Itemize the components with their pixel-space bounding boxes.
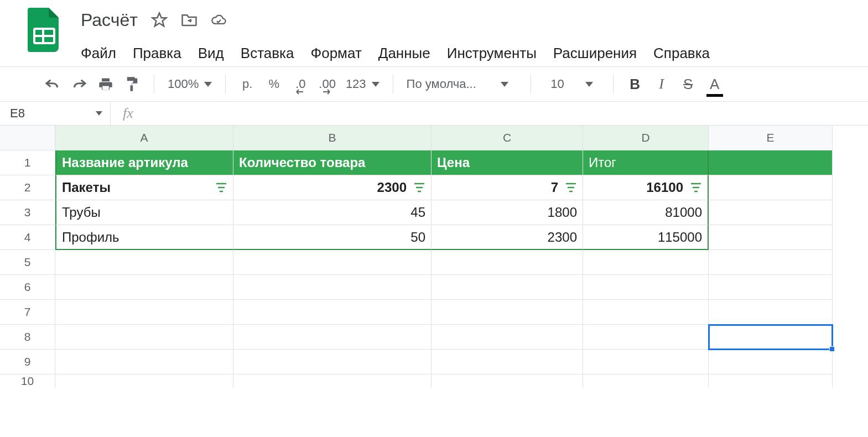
star-icon[interactable] [151, 12, 168, 28]
cell-B7[interactable] [233, 300, 432, 325]
doc-title[interactable]: Расчёт [81, 10, 138, 30]
undo-icon[interactable] [44, 75, 61, 93]
redo-icon[interactable] [71, 75, 87, 93]
increase-decimal-button[interactable]: .00 [319, 75, 336, 93]
cell-A4[interactable]: Профиль [55, 225, 233, 250]
cell-A9[interactable] [55, 350, 233, 374]
font-size-dropdown[interactable]: 10 [544, 77, 600, 91]
cell-A1[interactable]: Название артикула [55, 150, 233, 175]
cell-B6[interactable] [233, 275, 432, 300]
strikethrough-button[interactable]: S [680, 75, 697, 93]
cell-D10[interactable] [583, 374, 709, 388]
italic-button[interactable]: I [653, 75, 670, 93]
cell-D9[interactable] [583, 350, 709, 374]
cell-A3[interactable]: Трубы [55, 200, 233, 225]
cell-B8[interactable] [233, 325, 432, 350]
font-family-dropdown[interactable]: По умолча... [407, 77, 517, 91]
menu-format[interactable]: Формат [310, 45, 361, 62]
paint-format-icon[interactable] [124, 75, 141, 93]
row-header-8[interactable]: 8 [0, 325, 55, 350]
cell-C3[interactable]: 1800 [432, 200, 583, 225]
row-header-1[interactable]: 1 [0, 150, 55, 175]
cell-C4[interactable]: 2300 [432, 225, 583, 250]
bold-button[interactable]: B [627, 75, 643, 93]
fill-handle[interactable] [829, 346, 835, 352]
menu-edit[interactable]: Правка [133, 45, 181, 62]
menu-tools[interactable]: Инструменты [447, 45, 537, 62]
cell-D3[interactable]: 81000 [583, 200, 709, 225]
filter-icon[interactable] [565, 182, 577, 193]
cell-A7[interactable] [55, 300, 233, 325]
col-header-e[interactable]: E [709, 126, 833, 150]
col-header-d[interactable]: D [583, 126, 709, 150]
col-header-b[interactable]: B [233, 126, 432, 150]
row-header-7[interactable]: 7 [0, 300, 55, 325]
cell-E1[interactable] [709, 150, 833, 175]
cell-A6[interactable] [55, 275, 233, 300]
menu-help[interactable]: Справка [653, 45, 710, 62]
cell-E3[interactable] [709, 200, 833, 225]
cell-B1[interactable]: Количество товара [233, 150, 432, 175]
cell-C1[interactable]: Цена [432, 150, 583, 175]
menu-file[interactable]: Файл [81, 45, 116, 62]
print-icon[interactable] [97, 75, 114, 93]
cell-B3[interactable]: 45 [233, 200, 432, 225]
cell-C8[interactable] [432, 325, 583, 350]
cell-D2[interactable]: 16100 [583, 175, 709, 200]
cell-B5[interactable] [233, 250, 432, 275]
cell-D7[interactable] [583, 300, 709, 325]
filter-icon[interactable] [413, 182, 425, 193]
cell-D8[interactable] [583, 325, 709, 350]
cell-C2[interactable]: 7 [432, 175, 583, 200]
format-percent-button[interactable]: % [266, 75, 282, 93]
row-header-2[interactable]: 2 [0, 175, 55, 200]
cell-C5[interactable] [432, 250, 583, 275]
cloud-saved-icon[interactable] [211, 12, 227, 28]
formula-input[interactable] [145, 102, 868, 125]
filter-icon[interactable] [690, 182, 702, 193]
text-color-button[interactable]: A [706, 75, 723, 93]
menu-insert[interactable]: Вставка [241, 45, 294, 62]
app-logo-icon[interactable] [28, 8, 61, 52]
cell-D1[interactable]: Итог [583, 150, 709, 175]
menu-view[interactable]: Вид [198, 45, 224, 62]
row-header-6[interactable]: 6 [0, 275, 55, 300]
cell-A5[interactable] [55, 250, 233, 275]
row-header-5[interactable]: 5 [0, 250, 55, 275]
select-all-corner[interactable] [0, 126, 55, 150]
menu-data[interactable]: Данные [378, 45, 430, 62]
row-header-3[interactable]: 3 [0, 200, 55, 225]
cell-A2[interactable]: Пакеты [55, 175, 233, 200]
menu-extensions[interactable]: Расширения [553, 45, 637, 62]
cell-C6[interactable] [432, 275, 583, 300]
cell-C7[interactable] [432, 300, 583, 325]
name-box[interactable]: E8 [0, 102, 111, 125]
col-header-a[interactable]: A [55, 126, 233, 150]
cell-A10[interactable] [55, 374, 233, 388]
cell-D4[interactable]: 115000 [583, 225, 709, 250]
more-formats-dropdown[interactable]: 123 [346, 77, 380, 91]
cell-B4[interactable]: 50 [233, 225, 432, 250]
cell-E2[interactable] [709, 175, 833, 200]
cell-A8[interactable] [55, 325, 233, 350]
cell-B9[interactable] [233, 350, 432, 374]
cell-E8[interactable] [709, 325, 833, 350]
cell-E9[interactable] [709, 350, 833, 374]
format-currency-button[interactable]: р. [239, 75, 256, 93]
cell-E10[interactable] [709, 374, 833, 388]
cell-B2[interactable]: 2300 [233, 175, 432, 200]
cell-E5[interactable] [709, 250, 833, 275]
cell-B10[interactable] [233, 374, 432, 388]
col-header-c[interactable]: C [432, 126, 583, 150]
cell-C10[interactable] [432, 374, 583, 388]
row-header-4[interactable]: 4 [0, 225, 55, 250]
cell-E6[interactable] [709, 275, 833, 300]
cell-D6[interactable] [583, 275, 709, 300]
cell-E7[interactable] [709, 300, 833, 325]
cell-D5[interactable] [583, 250, 709, 275]
move-to-folder-icon[interactable] [181, 12, 197, 28]
filter-icon[interactable] [215, 182, 227, 193]
zoom-dropdown[interactable]: 100% [168, 77, 212, 91]
decrease-decimal-button[interactable]: .0 [292, 75, 309, 93]
cell-C9[interactable] [432, 350, 583, 374]
